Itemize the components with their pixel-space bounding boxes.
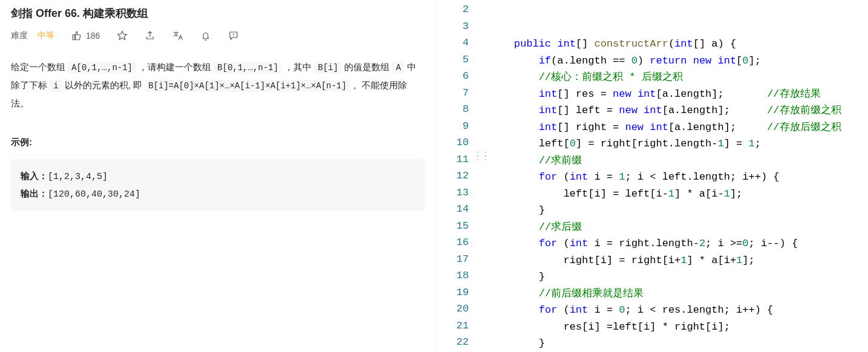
example-block: 输入：[1,2,3,4,5] 输出：[120,60,40,30,24] [11, 159, 425, 211]
inline-code: A [392, 62, 404, 74]
line-number: 10 [436, 134, 489, 151]
desc-text: ，其中 [282, 62, 314, 72]
code-line[interactable]: right[i] = right[i+1] * a[i+1]; [489, 252, 868, 269]
input-label: 输入： [21, 171, 48, 181]
line-number-gutter: 2345678910111213141516171819202122 [436, 0, 489, 352]
line-number: 12 [436, 168, 489, 184]
feedback-icon [228, 30, 239, 41]
input-value: [1,2,3,4,5] [48, 172, 108, 182]
problem-description-pane: 剑指 Offer 66. 构建乘积数组 难度 中等 186 [0, 0, 436, 352]
thumbs-up-icon [71, 30, 82, 41]
line-number: 9 [436, 118, 489, 135]
code-line[interactable]: if(a.length == 0) return new int[0]; [489, 53, 868, 70]
code-line[interactable]: left[i] = left[i-1] * a[i-1]; [489, 186, 868, 203]
code-line[interactable]: } [489, 269, 868, 285]
problem-title: 剑指 Offer 66. 构建乘积数组 [11, 6, 425, 21]
line-number: 21 [436, 318, 489, 334]
difficulty-value: 中等 [38, 30, 54, 41]
code-editor-pane[interactable]: 2345678910111213141516171819202122 • •• … [436, 0, 868, 352]
line-number: 20 [436, 301, 489, 318]
splitter-handle-icon[interactable]: • •• •• • [476, 151, 488, 162]
inline-code: B[i]=A[0]×A[1]×…×A[i-1]×A[i+1]×…×A[n-1] [145, 80, 350, 92]
code-line[interactable]: for (int i = 1; i < left.length; i++) { [489, 169, 868, 186]
line-number: 13 [436, 184, 489, 201]
code-line[interactable]: //求前缀 [489, 152, 868, 169]
line-number: 14 [436, 201, 489, 218]
example-output-line: 输出：[120,60,40,30,24] [21, 185, 415, 203]
code-line[interactable]: int[] left = new int[a.length]; //存放前缀之积 [489, 102, 868, 119]
line-number: 2 [436, 1, 489, 18]
line-number: 16 [436, 234, 489, 251]
code-line[interactable]: for (int i = 0; i < res.length; i++) { [489, 302, 868, 319]
line-number: 7 [436, 85, 489, 102]
line-number: 18 [436, 267, 489, 284]
code-line[interactable]: //求后缀 [489, 219, 868, 236]
code-line[interactable]: res[i] =left[i] * right[i]; [489, 319, 868, 336]
line-number: 15 [436, 218, 489, 235]
code-line[interactable]: int[] right = new int[a.length]; //存放后缀之… [489, 119, 868, 136]
difficulty-label: 难度 [11, 30, 28, 41]
like-button[interactable]: 186 [71, 30, 100, 41]
inline-code: B[i] [315, 62, 342, 74]
problem-meta-row: 难度 中等 186 [11, 30, 425, 41]
feedback-button[interactable] [228, 30, 239, 41]
code-line[interactable]: left[0] = right[right.length-1] = 1; [489, 135, 868, 152]
line-number: 6 [436, 68, 489, 85]
output-value: [120,60,40,30,24] [48, 189, 140, 200]
inline-code: A[0,1,…,n-1] [68, 62, 136, 74]
desc-text: 以外的元素的积, 即 [62, 80, 145, 90]
line-number: 22 [436, 334, 489, 351]
bell-icon [200, 30, 211, 41]
line-number: 3 [436, 18, 489, 35]
translate-button[interactable] [172, 30, 183, 41]
line-number: 4 [436, 34, 489, 51]
like-count: 186 [86, 31, 100, 41]
line-number: 8 [436, 101, 489, 118]
share-icon [145, 30, 155, 41]
favorite-button[interactable] [117, 30, 128, 41]
difficulty: 难度 中等 [11, 30, 54, 41]
example-input-line: 输入：[1,2,3,4,5] [21, 168, 415, 185]
translate-icon [172, 30, 183, 41]
desc-text: 给定一个数组 [11, 62, 68, 72]
desc-text: ，请构建一个数组 [136, 62, 214, 72]
output-label: 输出： [21, 188, 48, 198]
problem-description: 给定一个数组 A[0,1,…,n-1] ，请构建一个数组 B[0,1,…,n-1… [11, 58, 425, 112]
line-number: 17 [436, 251, 489, 268]
notification-button[interactable] [200, 30, 211, 41]
line-number: 19 [436, 284, 489, 301]
code-line[interactable]: public int[] constructArr(int[] a) { [489, 36, 868, 53]
inline-code: B[0,1,…,n-1] [214, 62, 282, 74]
star-icon [117, 30, 128, 41]
line-number: 5 [436, 51, 489, 68]
code-area[interactable]: • •• •• • public int[] constructArr(int[… [489, 0, 868, 352]
code-line[interactable]: } [489, 335, 868, 352]
code-line[interactable]: for (int i = right.length-2; i >=0; i--)… [489, 235, 868, 252]
code-line[interactable]: int[] res = new int[a.length]; //存放结果 [489, 86, 868, 103]
examples-heading: 示例: [11, 137, 425, 148]
share-button[interactable] [145, 30, 155, 41]
desc-text: 的值是数组 [342, 62, 392, 72]
code-line[interactable]: //前后缀相乘就是结果 [489, 285, 868, 302]
code-line[interactable]: } [489, 202, 868, 219]
inline-code: i [50, 80, 62, 92]
code-line[interactable]: //核心：前缀之积 * 后缀之积 [489, 69, 868, 86]
